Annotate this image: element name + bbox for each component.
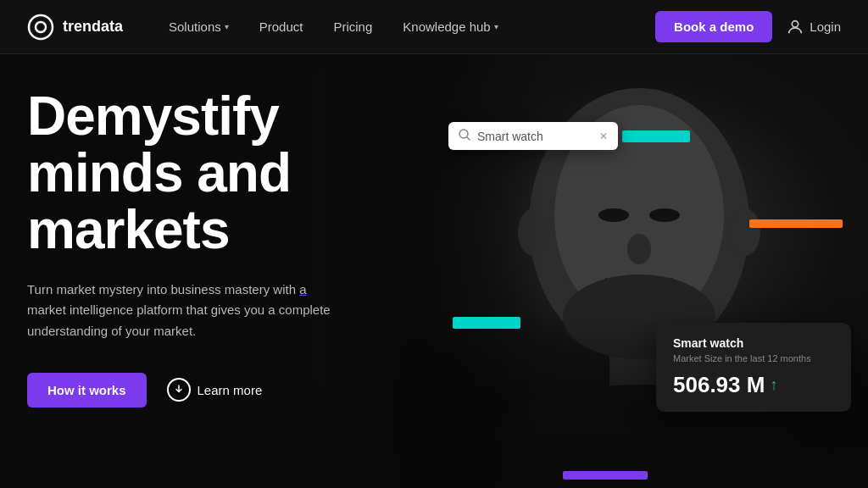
nav-item-solutions[interactable]: Solutions ▾ [157, 13, 241, 41]
user-icon [786, 18, 804, 36]
hero-search-box: Smart watch ✕ [448, 122, 618, 150]
data-card-subtitle: Market Size in the last 12 months [673, 353, 834, 363]
market-data-card: Smart watch Market Size in the last 12 m… [656, 323, 851, 412]
hero-subtext: Turn market mystery into business master… [27, 280, 349, 342]
trend-up-icon: ↑ [770, 376, 777, 394]
nav-item-knowledge-hub[interactable]: Knowledge hub ▾ [391, 13, 509, 41]
learn-more-button[interactable]: Learn more [167, 378, 263, 402]
hero-headline: Demystify minds and markets [27, 88, 400, 259]
hero-person-image [326, 54, 868, 488]
hero-actions: How it works Learn more [27, 373, 400, 408]
download-circle-icon [167, 378, 191, 402]
nav-links: Solutions ▾ Product Pricing Knowledge hu… [157, 13, 655, 41]
accent-bar-purple-bottom [563, 471, 648, 480]
login-button[interactable]: Login [786, 18, 841, 36]
logo-icon [27, 14, 54, 41]
logo-text: trendata [63, 18, 123, 36]
accent-bar-orange [749, 219, 843, 228]
nav-item-product[interactable]: Product [248, 13, 315, 41]
chevron-down-icon: ▾ [225, 22, 229, 31]
svg-point-2 [793, 20, 798, 26]
login-label: Login [810, 19, 841, 34]
nav-solutions-label: Solutions [169, 19, 221, 34]
svg-rect-14 [326, 54, 868, 488]
accent-bar-cyan-top [622, 130, 690, 142]
hero-content: Demystify minds and markets Turn market … [27, 88, 400, 408]
nav-actions: Book a demo Login [655, 11, 841, 42]
svg-line-16 [467, 137, 470, 140]
search-clear-button[interactable]: ✕ [599, 130, 608, 142]
nav-pricing-label: Pricing [333, 19, 372, 34]
accent-bar-cyan-mid [453, 317, 520, 329]
navbar: trendata Solutions ▾ Product Pricing Kno… [0, 0, 868, 54]
search-value: Smart watch [477, 130, 593, 143]
nav-product-label: Product [259, 19, 303, 34]
svg-point-1 [36, 22, 46, 32]
book-demo-button[interactable]: Book a demo [655, 11, 772, 42]
svg-point-0 [29, 15, 53, 39]
logo[interactable]: trendata [27, 14, 123, 41]
data-card-title: Smart watch [673, 336, 834, 350]
nav-knowledge-label: Knowledge hub [403, 19, 490, 34]
chevron-down-icon: ▾ [494, 22, 498, 31]
how-it-works-button[interactable]: How it works [27, 373, 147, 408]
data-card-value: 506.93 M ↑ [673, 372, 834, 398]
hero-section: Smart watch ✕ Smart watch Market Size in… [0, 54, 868, 488]
nav-item-pricing[interactable]: Pricing [321, 13, 384, 41]
search-icon [459, 129, 470, 143]
